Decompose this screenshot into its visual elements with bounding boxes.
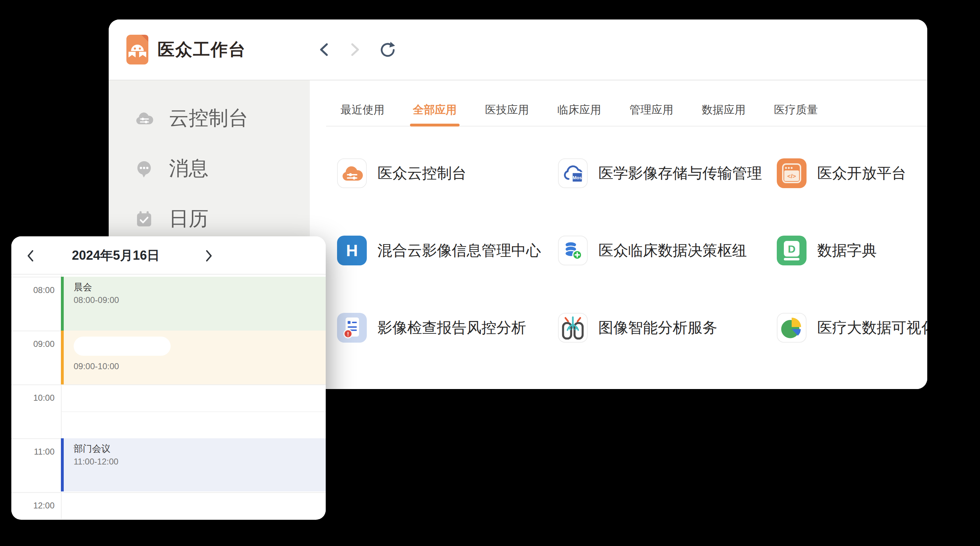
content-area: 最近使用 全部应用 医技应用 临床应用 管理应用 数据应用 医疗质量: [310, 80, 927, 389]
code-glyph: </>: [788, 173, 796, 180]
window-header: 医众工作台: [109, 19, 927, 80]
tab-all-apps[interactable]: 全部应用: [413, 102, 457, 126]
refresh-icon: [379, 42, 395, 58]
app-label: 数据字典: [817, 241, 877, 260]
cloud-storage-icon: Mos: [562, 163, 584, 184]
tab-clinical-apps[interactable]: 临床应用: [557, 102, 601, 126]
report-risk-icon: !: [337, 313, 367, 343]
forward-arrow-icon: [346, 42, 362, 57]
tab-data-apps[interactable]: 数据应用: [702, 102, 746, 126]
tab-management-apps[interactable]: 管理应用: [630, 102, 673, 126]
sidebar-item-cloud-console[interactable]: 云控制台: [109, 93, 310, 144]
app-image-ai-service[interactable]: 图像智能分析服务: [558, 313, 777, 343]
calendar-date-title: 2024年5月16日: [54, 236, 178, 275]
forward-button[interactable]: [346, 42, 362, 58]
hour-gridline: [11, 492, 326, 493]
app-cloud-console[interactable]: 医众云控制台: [337, 158, 558, 188]
app-label: 影像检查报告风控分析: [377, 318, 526, 338]
app-label: 图像智能分析服务: [598, 318, 717, 338]
lungs-ai-icon: [559, 313, 587, 343]
chevron-left-icon: [26, 249, 35, 263]
app-tabs: 最近使用 全部应用 医技应用 临床应用 管理应用 数据应用 医疗质量: [326, 80, 927, 126]
app-label: 混合云影像信息管理中心: [377, 241, 541, 260]
app-label: 医学影像存储与传输管理: [598, 163, 762, 183]
cloud-console-icon: [135, 109, 153, 128]
time-label: 09:00: [11, 339, 63, 349]
cloud-sliders-icon: [341, 164, 363, 183]
time-label: 10:00: [11, 393, 63, 403]
calendar-day-view: 08:00 09:00 10:00 11:00 12:00 晨会 08:00-0…: [11, 275, 326, 519]
time-label: 12:00: [11, 501, 63, 511]
d-glyph: D: [788, 243, 795, 255]
app-grid: 医众云控制台 Mos 医学影像存储与传输管理: [337, 158, 927, 389]
window-title: 医众工作台: [158, 38, 246, 61]
app-big-data-visualization[interactable]: 医疗大数据可视化: [777, 313, 927, 343]
event-title: 晨会: [74, 281, 326, 293]
event-time: 09:00-10:00: [74, 361, 326, 371]
pie-chart-icon: [778, 313, 806, 343]
redacted-event-title: [74, 337, 171, 356]
chevron-right-icon: [204, 249, 213, 263]
sidebar-item-messages[interactable]: 消息: [109, 144, 310, 194]
page-background: 医众工作台: [0, 0, 980, 546]
app-label: 医众云控制台: [377, 163, 467, 183]
app-clinical-data-hub[interactable]: 医众临床数据决策枢纽: [558, 236, 777, 265]
tab-medtech-apps[interactable]: 医技应用: [485, 102, 529, 126]
app-label: 医疗大数据可视化: [817, 318, 927, 338]
sidebar-item-label: 日历: [169, 206, 208, 232]
event-time: 08:00-09:00: [74, 295, 326, 305]
app-image-storage[interactable]: Mos 医学影像存储与传输管理: [558, 158, 777, 188]
app-data-dictionary[interactable]: D 数据字典: [777, 236, 927, 265]
data-dictionary-icon: D: [777, 236, 807, 265]
exclamation-badge: !: [347, 331, 349, 338]
app-logo-icon: [126, 35, 148, 64]
time-label: 11:00: [11, 447, 63, 457]
event-department-meeting[interactable]: 部门会议 11:00-12:00: [61, 438, 326, 492]
back-arrow-icon: [317, 42, 333, 57]
refresh-button[interactable]: [379, 42, 395, 58]
tab-recent[interactable]: 最近使用: [340, 102, 385, 126]
h-glyph: H: [346, 241, 358, 260]
message-icon: [135, 160, 153, 178]
app-label: 医众开放平台: [817, 163, 906, 183]
app-hybrid-cloud-center[interactable]: H 混合云影像信息管理中心: [337, 236, 558, 265]
clinical-data-hub-icon: [559, 236, 587, 265]
time-label: 08:00: [11, 285, 63, 295]
nav-controls: [317, 42, 395, 58]
app-report-risk-analysis[interactable]: ! 影像检查报告风控分析: [337, 313, 558, 343]
mos-badge: Mos: [573, 175, 582, 180]
back-button[interactable]: [317, 42, 333, 58]
event-morning-meeting[interactable]: 晨会 08:00-09:00: [61, 277, 326, 330]
calendar-icon: [135, 210, 153, 228]
tab-quality[interactable]: 医疗质量: [774, 102, 818, 126]
hour-gridline: [11, 385, 326, 385]
calendar-header: 2024年5月16日: [11, 236, 326, 275]
sidebar-item-label: 消息: [169, 155, 208, 182]
calendar-next-button[interactable]: [203, 248, 215, 263]
calendar-panel: 2024年5月16日 08:00 09:00 10:00 11:00 12:00…: [11, 236, 326, 520]
sidebar-item-label: 云控制台: [169, 105, 248, 132]
calendar-prev-button[interactable]: [25, 248, 36, 263]
event-title: 部门会议: [74, 442, 326, 455]
app-open-platform[interactable]: </> 医众开放平台: [777, 158, 927, 188]
half-hour-gridline: [61, 411, 326, 412]
app-label: 医众临床数据决策枢纽: [598, 241, 747, 260]
event-time: 11:00-12:00: [74, 457, 326, 467]
event-redacted[interactable]: 09:00-10:00: [61, 330, 326, 385]
open-platform-icon: </>: [777, 158, 807, 188]
